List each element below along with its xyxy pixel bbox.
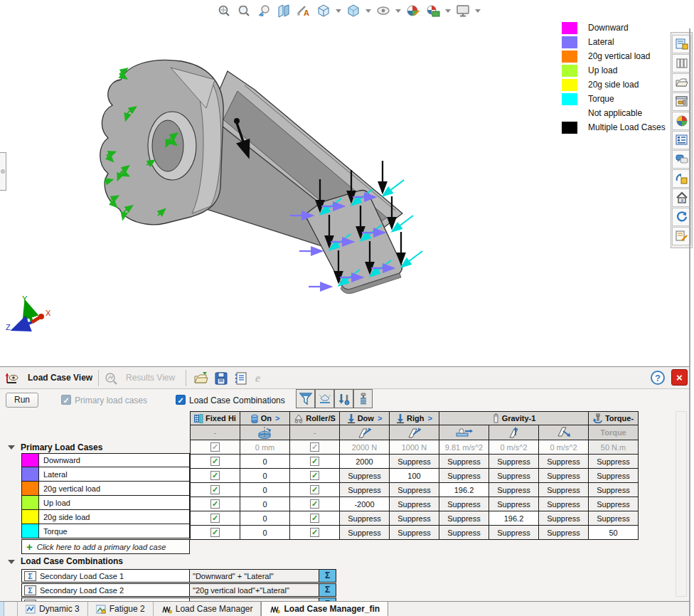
table-cell[interactable]: ✓ bbox=[290, 469, 340, 483]
resources-icon[interactable] bbox=[672, 35, 691, 53]
default-gravity-z-cell[interactable]: 0 m/s^2 bbox=[539, 440, 589, 455]
table-cell[interactable]: Suppress bbox=[539, 483, 589, 497]
design-library-icon[interactable] bbox=[672, 54, 691, 73]
checkbox-checked[interactable]: ✓ bbox=[310, 485, 319, 494]
feature-tree-collapse-handle[interactable] bbox=[0, 152, 6, 191]
tab-load-case-manager-fin[interactable]: Load Case Manager_fin bbox=[261, 602, 388, 616]
annotation-visibility-icon[interactable]: A bbox=[294, 1, 313, 20]
table-cell[interactable]: Suppress bbox=[439, 497, 489, 511]
expand-chevron[interactable]: > bbox=[378, 414, 382, 423]
table-cell[interactable]: ✓ bbox=[290, 483, 340, 497]
column-header-roller[interactable]: Roller/S bbox=[290, 412, 340, 425]
tab-load-case-view[interactable]: Load Case View bbox=[28, 373, 92, 383]
checkbox-checked[interactable]: ✓ bbox=[310, 514, 319, 523]
table-cell[interactable]: 0 bbox=[240, 469, 290, 483]
table-cell[interactable]: Suppress bbox=[589, 511, 639, 526]
table-cell[interactable]: Suppress bbox=[489, 497, 539, 511]
load-case-row-downward[interactable]: Downward bbox=[21, 453, 190, 467]
table-cell[interactable]: 0 bbox=[240, 511, 290, 526]
default-righ-cell[interactable]: 1000 N bbox=[390, 440, 439, 455]
table-cell[interactable]: Suppress bbox=[390, 511, 439, 526]
edit-equation-button[interactable]: Σ bbox=[319, 583, 336, 597]
checkbox-checked[interactable]: ✓ bbox=[210, 499, 220, 509]
checkbox-checked[interactable]: ✓ bbox=[310, 499, 319, 509]
filter-temperature-icon[interactable] bbox=[334, 389, 353, 408]
table-cell[interactable]: 2000 bbox=[340, 455, 390, 469]
run-button[interactable]: Run bbox=[6, 393, 38, 408]
load-case-combinations-checkbox[interactable]: ✓ bbox=[176, 395, 186, 405]
default-torque-cell[interactable]: 50 N.m bbox=[589, 440, 639, 455]
zoom-to-area-icon[interactable] bbox=[235, 1, 253, 20]
combination-equation-2[interactable]: "20g vertical load"+"Lateral" bbox=[190, 583, 319, 597]
table-cell[interactable]: Suppress bbox=[390, 526, 439, 540]
table-cell[interactable]: ✓ bbox=[290, 455, 340, 469]
filter-loads-icon[interactable] bbox=[296, 389, 315, 408]
table-cell[interactable]: 0 bbox=[240, 497, 290, 511]
add-primary-load-case[interactable]: +Click here to add a primary load case bbox=[21, 539, 190, 554]
default-roller-cell[interactable]: ✓ bbox=[290, 440, 340, 455]
default-on-cell[interactable]: 0 mm bbox=[240, 440, 290, 455]
table-cell[interactable]: Suppress bbox=[539, 497, 589, 511]
table-cell[interactable]: Suppress bbox=[390, 497, 439, 511]
checkbox-checked[interactable]: ✓ bbox=[310, 471, 319, 480]
checkbox-checked[interactable]: ✓ bbox=[210, 528, 220, 537]
column-header-right-force[interactable]: Righ> bbox=[390, 412, 439, 425]
table-cell[interactable]: ✓ bbox=[191, 469, 240, 483]
model-part[interactable] bbox=[100, 60, 402, 293]
display-style-dropdown[interactable] bbox=[365, 9, 371, 13]
section-view-icon[interactable] bbox=[274, 1, 293, 20]
default-fixed-cell[interactable]: ✓ bbox=[191, 440, 240, 455]
table-cell[interactable]: 196.2 bbox=[439, 483, 489, 497]
table-cell[interactable]: ✓ bbox=[191, 511, 240, 526]
edit-appearance-icon[interactable] bbox=[404, 1, 422, 20]
view-orientation-dropdown[interactable] bbox=[336, 9, 341, 13]
table-cell[interactable]: Suppress bbox=[539, 455, 589, 469]
table-cell[interactable]: ✓ bbox=[290, 526, 340, 540]
notes-icon[interactable] bbox=[232, 369, 250, 387]
expand-chevron[interactable]: > bbox=[428, 414, 432, 423]
table-cell[interactable]: ✓ bbox=[290, 511, 340, 526]
tab-dynamic-3[interactable]: Dynamic 3 bbox=[17, 602, 88, 616]
table-cell[interactable]: Suppress bbox=[539, 511, 589, 526]
table-cell[interactable]: 50 bbox=[589, 526, 639, 540]
table-cell[interactable]: Suppress bbox=[489, 483, 539, 497]
home-icon[interactable] bbox=[672, 188, 691, 207]
load-case-row-20g-vertical[interactable]: 20g vertical load bbox=[21, 482, 190, 496]
table-cell[interactable]: 0 bbox=[240, 526, 290, 540]
previous-view-icon[interactable] bbox=[255, 1, 273, 20]
load-case-row-20g-side[interactable]: 20g side load bbox=[21, 510, 190, 524]
appearances-icon[interactable] bbox=[672, 112, 691, 130]
table-cell[interactable]: Suppress bbox=[439, 511, 489, 526]
secondary-load-case-1-row[interactable]: ΣSecondary Load Case 1 bbox=[21, 569, 190, 583]
table-cell[interactable]: Suppress bbox=[340, 511, 390, 526]
table-cell[interactable]: Suppress bbox=[589, 497, 639, 511]
table-cell[interactable]: ✓ bbox=[191, 526, 240, 540]
tab-load-case-manager[interactable]: Load Case Manager bbox=[154, 602, 262, 616]
view-settings-icon[interactable] bbox=[454, 1, 472, 20]
tab-scroll-notch[interactable] bbox=[0, 602, 4, 616]
hide-show-items-dropdown[interactable] bbox=[395, 9, 401, 13]
table-cell[interactable]: Suppress bbox=[439, 526, 489, 540]
table-cell[interactable]: Suppress bbox=[539, 469, 589, 483]
view-settings-dropdown[interactable] bbox=[475, 9, 481, 13]
table-cell[interactable]: Suppress bbox=[589, 483, 639, 497]
tab-results-view[interactable]: Results View bbox=[126, 373, 175, 383]
save-load-cases-icon[interactable] bbox=[212, 369, 230, 387]
column-header-fixed-hinge[interactable]: Fixed Hi bbox=[191, 412, 240, 425]
table-cell[interactable]: 0 bbox=[240, 455, 290, 469]
expand-chevron[interactable]: > bbox=[275, 414, 279, 423]
apply-scene-dropdown[interactable] bbox=[445, 9, 451, 13]
sync-icon[interactable] bbox=[672, 208, 691, 226]
column-header-downward-force[interactable]: Dow> bbox=[340, 412, 390, 425]
default-dow-cell[interactable]: 2000 N bbox=[340, 440, 390, 455]
table-cell[interactable]: 0 bbox=[240, 483, 290, 497]
table-cell[interactable]: Suppress bbox=[589, 455, 639, 469]
checkbox-checked[interactable]: ✓ bbox=[210, 514, 220, 523]
checkbox-checked[interactable]: ✓ bbox=[310, 457, 319, 466]
table-cell[interactable]: Suppress bbox=[489, 526, 539, 540]
table-cell[interactable]: Suppress bbox=[390, 455, 439, 469]
close-button[interactable]: × bbox=[671, 369, 688, 386]
table-cell[interactable]: Suppress bbox=[489, 469, 539, 483]
table-cell[interactable]: Suppress bbox=[589, 469, 639, 483]
secondary-load-case-2-row[interactable]: ΣSecondary Load Case 2 bbox=[21, 583, 190, 597]
